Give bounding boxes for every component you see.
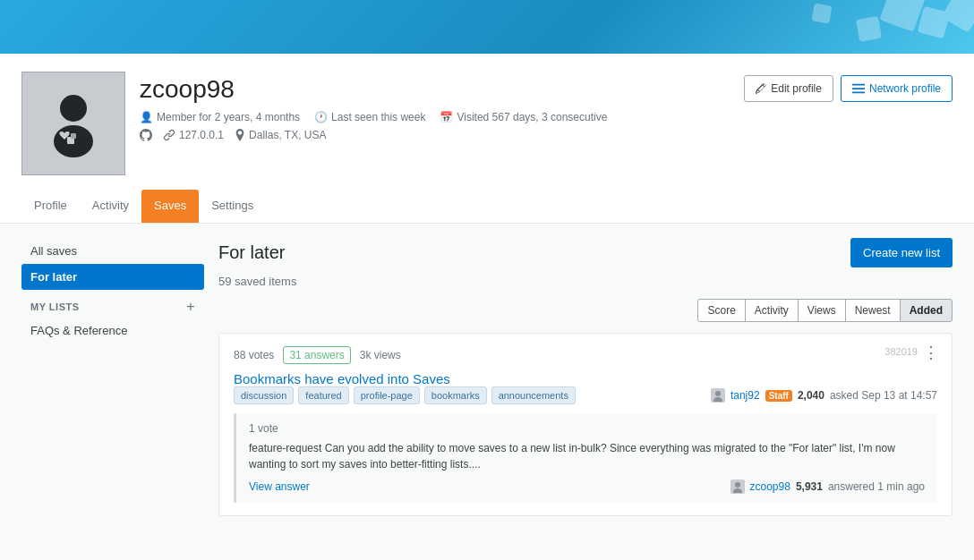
svg-point-10 <box>715 391 721 396</box>
answerer-avatar <box>730 479 745 494</box>
question-tags: discussion featured profile-page bookmar… <box>234 386 937 404</box>
saved-count: 59 saved items <box>218 275 953 288</box>
answer-count[interactable]: 31 answers <box>283 346 350 364</box>
svg-rect-4 <box>811 3 832 23</box>
svg-rect-0 <box>879 0 925 32</box>
profile-username: zcoop98 <box>140 75 607 104</box>
staff-badge: Staff <box>765 390 792 402</box>
tag-announcements[interactable]: announcements <box>491 386 576 404</box>
answer-preview: 1 vote feature-request Can you add the a… <box>234 413 937 503</box>
sidebar-item-all-saves[interactable]: All saves <box>21 238 204 264</box>
view-count: 3k views <box>360 349 401 361</box>
tab-activity[interactable]: Activity <box>80 190 141 223</box>
asked-time: asked Sep 13 at 14:57 <box>830 389 937 402</box>
question-id: 382019 <box>884 346 918 357</box>
sort-tabs: Score Activity Views Newest Added <box>218 299 953 322</box>
edit-profile-button[interactable]: Edit profile <box>744 75 833 102</box>
svg-point-13 <box>735 482 740 488</box>
profile-nav: Profile Activity Saves Settings <box>21 190 953 223</box>
tab-settings[interactable]: Settings <box>199 190 266 223</box>
question-asker-avatar <box>711 388 725 403</box>
sort-tab-newest[interactable]: Newest <box>845 299 901 322</box>
content-area: For later Create new list 59 saved items… <box>218 238 953 527</box>
tab-profile[interactable]: Profile <box>21 190 80 223</box>
tag-profile-page[interactable]: profile-page <box>354 386 420 404</box>
profile-links: 127.0.0.1 Dallas, TX, USA <box>140 129 607 141</box>
sidebar-my-lists-header: MY LISTS + <box>21 290 204 318</box>
main-container: All saves For later MY LISTS + FAQs & Re… <box>0 224 974 541</box>
answered-time: answered 1 min ago <box>828 480 925 493</box>
sort-tab-score[interactable]: Score <box>697 299 745 322</box>
question-stats: 88 votes 31 answers 3k views <box>234 346 937 364</box>
more-options-button[interactable]: ⋮ <box>923 344 939 361</box>
question-meta: tanj92 Staff 2,040 asked Sep 13 at 14:57 <box>711 388 937 403</box>
add-list-button[interactable]: + <box>186 299 195 315</box>
question-asker-name[interactable]: tanj92 <box>730 389 760 402</box>
visited: 📅 Visited 567 days, 3 consecutive <box>440 111 607 123</box>
sidebar-list-faqs[interactable]: FAQs & Reference <box>21 318 204 343</box>
create-new-list-button[interactable]: Create new list <box>850 238 953 267</box>
svg-rect-8 <box>71 133 76 139</box>
calendar-icon: 📅 <box>440 111 453 123</box>
tab-saves[interactable]: Saves <box>141 190 199 223</box>
sidebar-item-for-later[interactable]: For later <box>21 264 204 290</box>
tag-bookmarks[interactable]: bookmarks <box>424 386 487 404</box>
clock-icon: 🕐 <box>314 111 328 123</box>
svg-rect-2 <box>856 16 882 42</box>
profile-meta: 👤 Member for 2 years, 4 months 🕐 Last se… <box>140 111 607 123</box>
profile-info: zcoop98 👤 Member for 2 years, 4 months 🕐… <box>140 72 607 141</box>
location: Dallas, TX, USA <box>235 129 326 141</box>
github-link[interactable] <box>140 129 152 141</box>
avatar <box>21 72 125 175</box>
question-title[interactable]: Bookmarks have evolved into Saves <box>234 371 450 386</box>
answerer-name[interactable]: zcoop98 <box>750 480 790 493</box>
website-link[interactable]: 127.0.0.1 <box>163 129 224 141</box>
vote-count: 88 votes <box>234 349 274 361</box>
member-since: 👤 Member for 2 years, 4 months <box>140 111 300 123</box>
tag-featured[interactable]: featured <box>298 386 348 404</box>
profile-actions: Edit profile Network profile <box>744 72 953 102</box>
top-banner <box>0 0 974 54</box>
answer-text: feature-request Can you add the ability … <box>249 440 925 472</box>
asker-rep: 2,040 <box>798 389 824 402</box>
tag-discussion[interactable]: discussion <box>234 386 294 404</box>
profile-header: zcoop98 👤 Member for 2 years, 4 months 🕐… <box>0 54 974 224</box>
answer-meta: zcoop98 5,931 answered 1 min ago <box>730 479 925 494</box>
question-card: 88 votes 31 answers 3k views 382019 ⋮ Bo… <box>218 333 953 516</box>
sort-tab-added[interactable]: Added <box>900 299 953 322</box>
svg-point-5 <box>60 95 87 122</box>
answer-vote-count: 1 vote <box>249 422 925 435</box>
sort-tab-activity[interactable]: Activity <box>745 299 799 322</box>
network-profile-button[interactable]: Network profile <box>841 75 953 102</box>
view-answer-link[interactable]: View answer <box>249 480 310 493</box>
sort-tab-views[interactable]: Views <box>798 299 846 322</box>
content-title: For later <box>218 242 285 263</box>
sidebar: All saves For later MY LISTS + FAQs & Re… <box>21 238 218 527</box>
content-header: For later Create new list <box>218 238 953 267</box>
last-seen: 🕐 Last seen this week <box>314 111 425 123</box>
answerer-rep: 5,931 <box>796 480 823 493</box>
member-icon: 👤 <box>140 111 153 123</box>
